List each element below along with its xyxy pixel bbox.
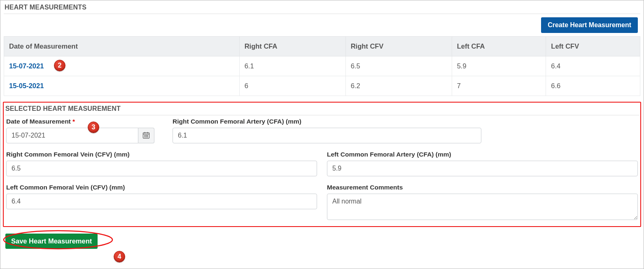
label-date: Date of Measurement *: [6, 118, 163, 125]
annotation-badge-4: 4: [114, 251, 125, 262]
cell-lcfa: 5.9: [452, 56, 546, 76]
col-header-lcfa: Left CFA: [452, 37, 546, 56]
section-title-heart-measurements: HEART MEASUREMENTS: [4, 3, 640, 14]
heart-measurements-page: 2 3 4 HEART MEASUREMENTS Create Heart Me…: [0, 0, 644, 269]
svg-point-5: [146, 135, 146, 136]
create-button-row: Create Heart Measurement: [4, 16, 640, 36]
label-date-text: Date of Measurement: [6, 118, 71, 125]
section-title-selected: SELECTED HEART MEASUREMENT: [5, 104, 639, 115]
field-rcfa: Right Common Femoral Artery (CFA) (mm): [173, 118, 481, 143]
measurement-date-link[interactable]: 15-05-2021: [9, 82, 44, 89]
create-heart-measurement-button[interactable]: Create Heart Measurement: [541, 17, 638, 33]
field-comments: Measurement Comments: [327, 184, 638, 221]
label-lcfv: Left Common Femoral Vein (CFV) (mm): [6, 184, 317, 191]
label-rcfv: Right Common Femoral Vein (CFV) (mm): [6, 151, 317, 158]
field-lcfv: Left Common Femoral Vein (CFV) (mm): [6, 184, 317, 221]
svg-point-7: [145, 136, 145, 137]
label-rcfa: Right Common Femoral Artery (CFA) (mm): [173, 118, 481, 125]
measurements-table: Date of Measurement Right CFA Right CFV …: [4, 36, 640, 96]
rcfa-input[interactable]: [173, 128, 481, 143]
cell-lcfa: 7: [452, 76, 546, 96]
svg-point-4: [145, 135, 145, 136]
rcfv-input[interactable]: [6, 161, 317, 176]
cell-rcfv: 6.5: [345, 56, 452, 76]
required-asterisk: *: [72, 118, 75, 125]
field-lcfa: Left Common Femoral Artery (CFA) (mm): [327, 151, 638, 176]
svg-point-8: [146, 136, 146, 137]
label-lcfa: Left Common Femoral Artery (CFA) (mm): [327, 151, 638, 158]
comments-textarea[interactable]: [327, 194, 638, 220]
measurement-date-link[interactable]: 15-07-2021: [9, 62, 44, 70]
calendar-icon: [142, 131, 150, 140]
cell-lcfv: 6.4: [546, 56, 640, 76]
lcfv-input[interactable]: [6, 194, 317, 209]
lcfa-input[interactable]: [327, 161, 638, 176]
cell-rcfa: 6: [239, 76, 345, 96]
save-heart-measurement-button[interactable]: Save Heart Measurement: [5, 234, 98, 249]
cell-rcfa: 6.1: [239, 56, 345, 76]
selected-heart-measurement-section: SELECTED HEART MEASUREMENT Date of Measu…: [4, 103, 640, 226]
date-input[interactable]: [6, 128, 138, 143]
table-row: 15-05-2021 6 6.2 7 6.6: [4, 76, 640, 96]
svg-point-9: [147, 136, 148, 137]
svg-point-6: [147, 135, 148, 136]
col-header-lcfv: Left CFV: [546, 37, 640, 56]
col-header-rcfv: Right CFV: [345, 37, 452, 56]
date-picker-button[interactable]: [138, 128, 154, 143]
field-date: Date of Measurement *: [6, 118, 163, 143]
cell-rcfv: 6.2: [345, 76, 452, 96]
save-area: Save Heart Measurement: [5, 234, 98, 249]
label-comments: Measurement Comments: [327, 184, 638, 191]
cell-lcfv: 6.6: [546, 76, 640, 96]
col-header-date: Date of Measurement: [4, 37, 240, 56]
field-rcfv: Right Common Femoral Vein (CFV) (mm): [6, 151, 317, 176]
col-header-rcfa: Right CFA: [239, 37, 345, 56]
table-row: 15-07-2021 6.1 6.5 5.9 6.4: [4, 56, 640, 76]
